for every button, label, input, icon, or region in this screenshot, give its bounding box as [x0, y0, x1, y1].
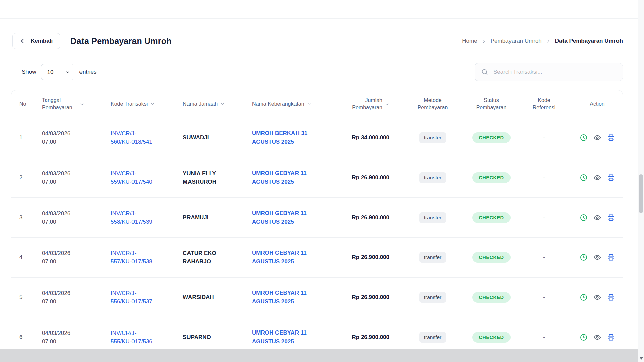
action-cell	[571, 118, 623, 158]
col-jumlah-pembayaran[interactable]: Jumlah Pembayaran	[330, 90, 399, 118]
col-kode-referensi: Kode Referensi	[517, 90, 571, 118]
history-action-button[interactable]	[580, 253, 588, 261]
search-input[interactable]	[493, 68, 616, 76]
transaction-code-cell: INV/CR/J-557/KU-017/538	[105, 238, 177, 278]
payment-date-cell: 04/03/2026 07.00	[37, 158, 105, 198]
transaction-code-line1: INV/CR/J-	[111, 169, 152, 178]
payment-date-cell: 04/03/2026 07.00	[37, 278, 105, 317]
clock-icon	[580, 174, 588, 182]
transaction-code-line1: INV/CR/J-	[111, 129, 152, 138]
printer-icon	[607, 174, 615, 182]
departure-link[interactable]: UMROH GEBYAR 11 AGUSTUS 2025	[252, 209, 314, 227]
table-header-row: No Tanggal Pembayaran Kode Transaksi Nam…	[11, 90, 623, 118]
status-cell: CHECKED	[466, 118, 517, 158]
transaction-code-link[interactable]: INV/CR/J-557/KU-017/538	[111, 249, 152, 266]
transaction-code-line1: INV/CR/J-	[111, 249, 152, 258]
printer-icon	[607, 214, 615, 222]
pilgrim-name: CATUR EKO RAHARJO	[183, 249, 235, 266]
clock-icon	[580, 134, 588, 142]
eye-icon	[593, 293, 601, 301]
pilgrim-name-cell: WARSIDAH	[177, 278, 247, 317]
sort-chevron-icon	[307, 102, 311, 106]
status-badge: CHECKED	[472, 212, 510, 223]
transaction-code-link[interactable]: INV/CR/J-559/KU-017/540	[111, 169, 152, 186]
entries-select[interactable]: 10	[41, 64, 74, 80]
status-cell: CHECKED	[466, 198, 517, 238]
back-label: Kembali	[31, 38, 53, 44]
table-row: 1 04/03/2026 07.00 INV/CR/J-560/KU-018/5…	[11, 118, 623, 158]
view-action-button[interactable]	[593, 293, 601, 301]
transaction-code-line2: 560/KU-018/541	[111, 138, 152, 146]
history-action-button[interactable]	[580, 214, 588, 222]
row-index: 1	[11, 118, 37, 158]
departure-cell: UMROH GEBYAR 11 AGUSTUS 2025	[247, 317, 330, 349]
payment-date: 04/03/2026 07.00	[42, 129, 84, 146]
search-icon	[481, 68, 488, 76]
transaction-code-link[interactable]: INV/CR/J-558/KU-017/539	[111, 209, 152, 226]
pilgrim-name-cell: YUNIA ELLY MASRUROH	[177, 158, 247, 198]
print-action-button[interactable]	[607, 253, 615, 261]
history-action-button[interactable]	[580, 134, 588, 142]
method-cell: transfer	[399, 317, 466, 349]
col-nama-keberangkatan[interactable]: Nama Keberangkatan	[247, 90, 330, 118]
scrollbar-down-arrow[interactable]	[638, 355, 644, 362]
payment-date-cell: 04/03/2026 07.00	[37, 198, 105, 238]
col-kode-transaksi[interactable]: Kode Transaksi	[105, 90, 177, 118]
departure-link[interactable]: UMROH GEBYAR 11 AGUSTUS 2025	[252, 328, 314, 346]
col-tanggal-pembayaran[interactable]: Tanggal Pembayaran	[37, 90, 105, 118]
clock-icon	[580, 253, 588, 261]
history-action-button[interactable]	[580, 293, 588, 301]
transaction-code-cell: INV/CR/J-558/KU-017/539	[105, 198, 177, 238]
print-action-button[interactable]	[607, 333, 615, 341]
method-badge: transfer	[419, 292, 446, 303]
view-action-button[interactable]	[593, 253, 601, 261]
view-action-button[interactable]	[593, 333, 601, 341]
print-action-button[interactable]	[607, 174, 615, 182]
table-row: 3 04/03/2026 07.00 INV/CR/J-558/KU-017/5…	[11, 198, 623, 238]
breadcrumb-pembayaran-umroh[interactable]: Pembayaran Umroh	[491, 38, 542, 44]
col-action: Action	[571, 90, 623, 118]
departure-cell: UMROH GEBYAR 11 AGUSTUS 2025	[247, 278, 330, 317]
departure-link[interactable]: UMROH GEBYAR 11 AGUSTUS 2025	[252, 249, 314, 266]
transaction-code-link[interactable]: INV/CR/J-560/KU-018/541	[111, 129, 152, 146]
method-badge: transfer	[419, 172, 446, 183]
print-action-button[interactable]	[607, 134, 615, 142]
transaction-code-line2: 555/KU-017/536	[111, 337, 152, 346]
scrollbar[interactable]	[638, 0, 644, 362]
table-row: 5 04/03/2026 07.00 INV/CR/J-556/KU-017/5…	[11, 278, 623, 317]
table-row: 6 04/03/2026 07.00 INV/CR/J-555/KU-017/5…	[11, 317, 623, 349]
history-action-button[interactable]	[580, 333, 588, 341]
view-action-button[interactable]	[593, 174, 601, 182]
view-action-button[interactable]	[593, 214, 601, 222]
print-action-button[interactable]	[607, 214, 615, 222]
departure-link[interactable]: UMROH GEBYAR 11 AGUSTUS 2025	[252, 169, 314, 187]
col-nama-jamaah[interactable]: Nama Jamaah	[177, 90, 247, 118]
scrollbar-thumb[interactable]	[639, 174, 643, 213]
row-index: 4	[11, 238, 37, 278]
payment-date: 04/03/2026 07.00	[42, 209, 84, 226]
print-action-button[interactable]	[607, 293, 615, 301]
method-badge: transfer	[419, 332, 446, 343]
pilgrim-name-cell: CATUR EKO RAHARJO	[177, 238, 247, 278]
payment-date-cell: 04/03/2026 07.00	[37, 317, 105, 349]
transaction-code-link[interactable]: INV/CR/J-555/KU-017/536	[111, 329, 152, 346]
history-action-button[interactable]	[580, 174, 588, 182]
transaction-code-cell: INV/CR/J-560/KU-018/541	[105, 118, 177, 158]
status-cell: CHECKED	[466, 317, 517, 349]
sort-chevron-icon	[150, 102, 155, 106]
breadcrumb-home[interactable]: Home	[462, 38, 477, 44]
reference-cell: -	[517, 238, 571, 278]
departure-link[interactable]: UMROH BERKAH 31 AGUSTUS 2025	[252, 129, 314, 147]
status-cell: CHECKED	[466, 158, 517, 198]
back-button[interactable]: Kembali	[12, 33, 60, 49]
view-action-button[interactable]	[593, 134, 601, 142]
departure-link[interactable]: UMROH GEBYAR 11 AGUSTUS 2025	[252, 289, 314, 306]
show-label: Show	[22, 69, 36, 75]
transaction-code-link[interactable]: INV/CR/J-556/KU-017/537	[111, 289, 152, 306]
reference-cell: -	[517, 278, 571, 317]
pilgrim-name: YUNIA ELLY MASRUROH	[183, 169, 235, 186]
printer-icon	[607, 333, 615, 341]
page-header: Kembali Data Pembayaran Umroh Home Pemba…	[12, 33, 623, 49]
row-index: 6	[11, 317, 37, 349]
printer-icon	[607, 293, 615, 301]
